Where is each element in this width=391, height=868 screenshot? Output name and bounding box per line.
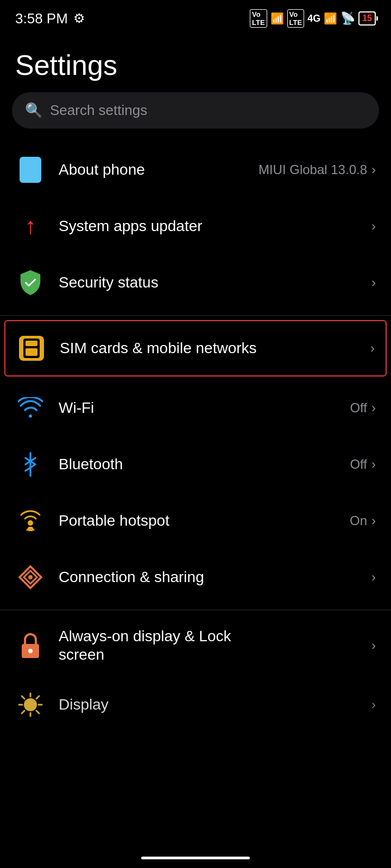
always-on-content: Always-on display & Lock screen › — [59, 628, 376, 663]
settings-item-portable-hotspot[interactable]: Portable hotspot On › — [0, 493, 391, 549]
page-title: Settings — [0, 33, 391, 92]
gear-icon: ⚙ — [73, 11, 85, 26]
security-status-chevron: › — [371, 275, 376, 290]
divider-after-security — [0, 315, 391, 316]
settings-item-connection-sharing[interactable]: Connection & sharing › — [0, 549, 391, 605]
bluetooth-icon — [15, 449, 46, 480]
display-content: Display › — [59, 696, 376, 713]
settings-item-sim-cards[interactable]: SIM cards & mobile networks › — [5, 321, 386, 375]
svg-point-9 — [27, 701, 34, 709]
security-icon — [15, 267, 46, 298]
settings-item-bluetooth[interactable]: Bluetooth Off › — [0, 436, 391, 493]
bluetooth-chevron: › — [371, 457, 376, 472]
settings-item-system-apps-updater[interactable]: ↑ System apps updater › — [0, 198, 391, 254]
search-icon: 🔍 — [25, 102, 42, 119]
bluetooth-label: Bluetooth — [59, 456, 123, 473]
sim-icon — [16, 333, 47, 363]
hotspot-value: On — [350, 513, 367, 528]
always-on-right: › — [371, 638, 376, 653]
signal2-icon: 📶 — [324, 12, 337, 25]
settings-item-security-status[interactable]: Security status › — [0, 254, 391, 311]
phone-icon — [15, 155, 46, 185]
always-on-label-wrap: Always-on display & Lock screen — [59, 628, 231, 663]
settings-item-display[interactable]: Display › — [0, 676, 391, 733]
volte2-badge: VoLTE — [287, 9, 305, 28]
hotspot-label: Portable hotspot — [59, 512, 169, 529]
about-phone-right: MIUI Global 13.0.8 › — [258, 162, 376, 177]
search-bar[interactable]: 🔍 Search settings — [12, 92, 379, 129]
display-right: › — [371, 697, 376, 712]
divider-after-connection — [0, 610, 391, 610]
sim-cards-label: SIM cards & mobile networks — [60, 340, 257, 357]
system-apps-right: › — [371, 219, 376, 234]
sim-cards-content: SIM cards & mobile networks › — [60, 340, 375, 357]
wifi-right: Off › — [350, 400, 376, 416]
settings-item-wifi[interactable]: Wi-Fi Off › — [0, 380, 391, 436]
security-status-right: › — [371, 275, 376, 290]
connection-icon — [15, 562, 46, 592]
svg-rect-2 — [28, 527, 33, 531]
sim-highlight-border: SIM cards & mobile networks › — [4, 320, 387, 376]
svg-line-16 — [36, 696, 39, 699]
about-phone-label: About phone — [59, 161, 145, 178]
system-apps-label: System apps updater — [59, 218, 203, 235]
svg-point-1 — [28, 520, 33, 526]
bluetooth-content: Bluetooth Off › — [59, 456, 376, 473]
display-icon — [15, 690, 46, 720]
connection-chevron: › — [371, 570, 376, 585]
svg-point-5 — [28, 575, 33, 579]
wifi-content: Wi-Fi Off › — [59, 399, 376, 417]
wifi-icon — [15, 393, 46, 423]
sim-cards-right: › — [370, 341, 375, 356]
settings-item-about-phone[interactable]: About phone MIUI Global 13.0.8 › — [0, 142, 391, 198]
update-icon: ↑ — [15, 211, 46, 241]
security-status-label: Security status — [59, 274, 159, 291]
status-time: 3:58 PM — [15, 10, 68, 27]
about-phone-chevron: › — [371, 162, 376, 177]
connection-content: Connection & sharing › — [59, 569, 376, 586]
svg-line-15 — [36, 711, 39, 713]
always-on-label-line2: screen — [59, 646, 231, 663]
svg-line-14 — [22, 696, 24, 699]
settings-item-always-on-display[interactable]: Always-on display & Lock screen › — [0, 615, 391, 676]
wifi-status-icon: 📡 — [340, 11, 355, 25]
signal1-icon: 📶 — [270, 12, 284, 25]
status-icons-group: VoLTE 📶 VoLTE 4G 📶 📡 15 — [250, 9, 376, 28]
wifi-chevron: › — [371, 400, 376, 416]
status-time-group: 3:58 PM ⚙ — [15, 10, 85, 27]
sim-cards-chevron: › — [370, 341, 375, 356]
bluetooth-value: Off — [350, 457, 367, 472]
system-apps-chevron: › — [371, 219, 376, 234]
volte1-badge: VoLTE — [250, 9, 267, 28]
svg-point-7 — [28, 649, 33, 653]
hotspot-chevron: › — [371, 513, 376, 528]
battery-icon: 15 — [358, 11, 376, 25]
security-status-content: Security status › — [59, 274, 376, 291]
search-placeholder: Search settings — [50, 102, 147, 119]
hotspot-icon — [15, 506, 46, 536]
display-chevron: › — [371, 697, 376, 712]
about-phone-content: About phone MIUI Global 13.0.8 › — [59, 161, 376, 178]
status-bar: 3:58 PM ⚙ VoLTE 📶 VoLTE 4G 📶 📡 15 — [0, 0, 391, 33]
always-on-label: Always-on display & Lock — [59, 628, 231, 645]
system-apps-content: System apps updater › — [59, 218, 376, 235]
svg-line-17 — [22, 711, 24, 713]
connection-right: › — [371, 570, 376, 585]
wifi-value: Off — [350, 400, 367, 416]
always-on-chevron: › — [371, 638, 376, 653]
hotspot-right: On › — [350, 513, 376, 528]
bluetooth-right: Off › — [350, 457, 376, 472]
4g-label: 4G — [307, 13, 320, 24]
connection-label: Connection & sharing — [59, 569, 204, 586]
about-phone-value: MIUI Global 13.0.8 — [258, 162, 367, 177]
wifi-label: Wi-Fi — [59, 399, 94, 417]
display-label: Display — [59, 696, 109, 713]
home-indicator — [141, 857, 250, 859]
settings-list: About phone MIUI Global 13.0.8 › ↑ Syste… — [0, 142, 391, 733]
lock-icon — [15, 630, 46, 661]
hotspot-content: Portable hotspot On › — [59, 512, 376, 529]
